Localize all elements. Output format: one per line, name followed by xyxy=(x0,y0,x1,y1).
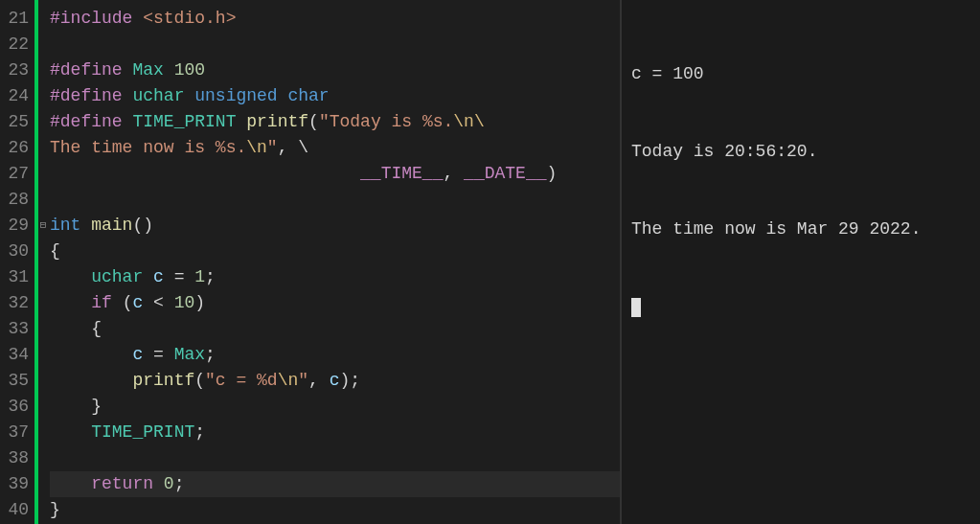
token-punc: () xyxy=(132,216,153,235)
fold-toggle-icon[interactable]: ⊟ xyxy=(38,220,48,230)
code-line[interactable] xyxy=(50,445,620,471)
token-punc: = xyxy=(143,345,173,364)
token-esc: \n\ xyxy=(453,112,484,131)
token-builtin: __DATE__ xyxy=(464,164,546,183)
line-number: 22 xyxy=(0,32,34,57)
token-punc: \ xyxy=(298,138,308,157)
token-inc: <stdio.h> xyxy=(143,9,236,28)
token-punc: ); xyxy=(340,371,361,390)
editor-pane: 2122232425262728293031323334353637383940… xyxy=(0,0,622,524)
token-punc: , xyxy=(308,371,330,390)
line-number: 23 xyxy=(0,57,34,83)
token-punc: , xyxy=(443,164,464,183)
token-num: 100 xyxy=(174,60,205,80)
token-punc xyxy=(50,164,360,183)
token-func: printf xyxy=(132,371,194,390)
line-number: 32 xyxy=(0,290,34,316)
ide-window: 2122232425262728293031323334353637383940… xyxy=(0,0,980,524)
token-punc: ) xyxy=(194,293,205,312)
token-pp: #define xyxy=(50,60,132,80)
code-line[interactable] xyxy=(50,32,620,57)
token-builtin: __TIME__ xyxy=(360,164,443,183)
token-punc: } xyxy=(50,500,60,519)
token-num: 10 xyxy=(174,293,195,312)
token-num: 0 xyxy=(164,474,174,493)
token-punc xyxy=(50,422,91,442)
code-area[interactable]: #include <stdio.h> #define Max 100#defin… xyxy=(48,0,620,524)
code-line[interactable]: } xyxy=(50,394,620,420)
token-macro: TIME_PRINT xyxy=(91,422,194,442)
line-number: 25 xyxy=(0,109,34,135)
token-macro: Max xyxy=(132,60,173,80)
token-str: " xyxy=(298,371,308,390)
code-line[interactable]: The time now is %s.\n", \ xyxy=(50,135,620,161)
line-number: 30 xyxy=(0,239,34,264)
token-str: The time now is %s. xyxy=(50,138,246,157)
token-pp: #define xyxy=(50,86,132,105)
code-line[interactable]: c = Max; xyxy=(50,342,620,368)
token-kw: return xyxy=(91,474,164,493)
code-line[interactable]: } xyxy=(50,497,620,523)
fold-column[interactable]: ⊟ xyxy=(38,0,48,524)
output-line: The time now is Mar 29 2022. xyxy=(631,216,970,242)
token-kw: if xyxy=(91,293,122,312)
token-punc: ) xyxy=(547,164,558,183)
line-number: 28 xyxy=(0,187,34,213)
token-str: "c = %d xyxy=(205,371,278,390)
code-line[interactable]: uchar c = 1; xyxy=(50,264,620,290)
token-macro: TIME_PRINT xyxy=(132,112,246,131)
token-var: c xyxy=(330,371,340,390)
token-punc: , xyxy=(278,138,299,157)
token-punc: ; xyxy=(194,422,205,442)
token-punc: ( xyxy=(123,293,133,312)
token-punc xyxy=(50,293,91,312)
line-number: 36 xyxy=(0,394,34,420)
output-line: Today is 20:56:20. xyxy=(631,139,970,165)
code-line[interactable]: TIME_PRINT; xyxy=(50,420,620,445)
code-line[interactable]: #define TIME_PRINT printf("Today is %s.\… xyxy=(50,109,620,135)
line-number: 33 xyxy=(0,316,34,342)
token-type: unsigned char xyxy=(194,86,329,105)
token-var: c xyxy=(132,293,143,312)
code-line[interactable]: #define uchar unsigned char xyxy=(50,83,620,109)
line-number: 21 xyxy=(0,6,34,32)
token-esc: \n xyxy=(246,138,267,157)
code-line[interactable]: return 0; xyxy=(50,471,620,497)
line-number: 26 xyxy=(0,135,34,161)
token-str: " xyxy=(267,138,278,157)
token-punc xyxy=(50,345,132,364)
token-str: "Today is %s. xyxy=(319,112,453,131)
token-punc xyxy=(50,267,91,286)
code-line[interactable]: #include <stdio.h> xyxy=(50,6,620,32)
token-punc: = xyxy=(164,267,194,286)
line-number: 35 xyxy=(0,368,34,394)
code-line[interactable] xyxy=(50,187,620,213)
token-punc: ( xyxy=(194,371,205,390)
token-punc xyxy=(50,371,132,390)
code-line[interactable]: { xyxy=(50,316,620,342)
line-number-gutter[interactable]: 2122232425262728293031323334353637383940 xyxy=(0,0,34,524)
token-punc: } xyxy=(50,397,102,416)
code-line[interactable]: #define Max 100 xyxy=(50,57,620,83)
terminal-cursor xyxy=(631,294,970,320)
token-punc: { xyxy=(50,319,102,338)
output-pane[interactable]: c = 100 Today is 20:56:20. The time now … xyxy=(622,0,980,524)
token-func: printf xyxy=(246,112,308,131)
code-line[interactable]: if (c < 10) xyxy=(50,290,620,316)
token-punc: ; xyxy=(205,345,216,364)
code-line[interactable]: printf("c = %d\n", c); xyxy=(50,368,620,394)
token-punc: ; xyxy=(174,474,185,493)
code-line[interactable]: int main() xyxy=(50,213,620,239)
token-func: main xyxy=(91,216,132,235)
token-punc: { xyxy=(50,241,60,261)
line-number: 24 xyxy=(0,83,34,109)
line-number: 34 xyxy=(0,342,34,368)
line-number: 29 xyxy=(0,213,34,239)
token-type2: uchar xyxy=(91,267,153,286)
code-line[interactable]: __TIME__, __DATE__) xyxy=(50,161,620,187)
token-var: c xyxy=(153,267,164,286)
code-line[interactable]: { xyxy=(50,239,620,264)
token-macro: Max xyxy=(174,345,205,364)
line-number: 27 xyxy=(0,161,34,187)
output-line: c = 100 xyxy=(631,61,970,87)
